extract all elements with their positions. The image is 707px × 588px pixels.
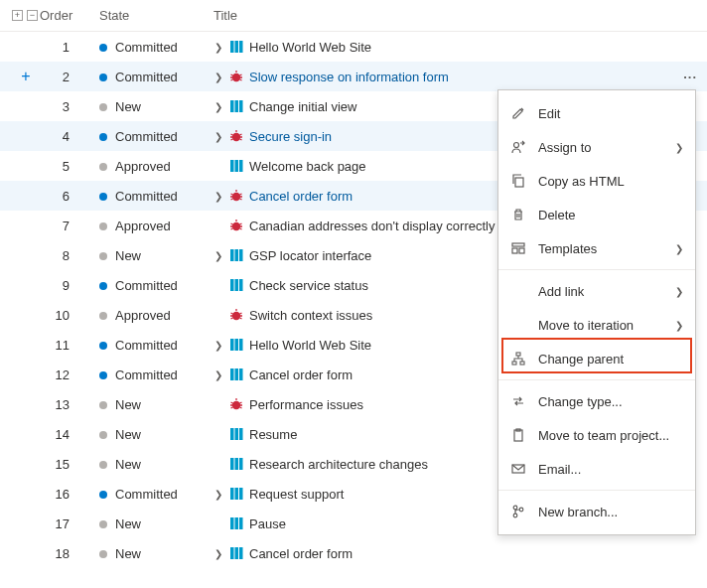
work-item-title[interactable]: Slow response on information form — [249, 70, 449, 84]
row-actions-icon[interactable]: ··· — [683, 70, 697, 84]
menu-label: Change parent — [538, 352, 624, 367]
menu-label: Edit — [538, 106, 560, 121]
state-label: Committed — [115, 278, 178, 293]
work-item-title[interactable]: Research architecture changes — [249, 457, 428, 472]
work-item-title[interactable]: Resume — [249, 427, 297, 442]
state-label: New — [115, 427, 141, 442]
menu-move-iteration[interactable]: Move to iteration ❯ — [498, 308, 695, 342]
chevron-right-icon: ❯ — [675, 142, 683, 153]
expand-all-icon[interactable]: + — [12, 10, 23, 21]
bug-icon — [229, 397, 243, 411]
menu-move-project[interactable]: Move to team project... — [498, 418, 695, 452]
pbi-icon — [229, 40, 243, 54]
header-order[interactable]: Order — [40, 8, 79, 23]
work-item-title[interactable]: Hello World Web Site — [249, 40, 371, 55]
work-item-title[interactable]: Cancel order form — [249, 546, 353, 561]
collapse-all-icon[interactable]: − — [27, 10, 38, 21]
bug-icon — [229, 129, 243, 143]
menu-change-type[interactable]: Change type... — [498, 384, 695, 418]
state-dot-icon — [99, 371, 107, 379]
grid-header: + − Order State Title — [0, 0, 707, 32]
state-dot-icon — [99, 252, 107, 260]
order-cell: 1 — [40, 40, 79, 55]
state-cell: Approved — [79, 308, 194, 323]
expand-row-icon[interactable]: ❯ — [213, 42, 223, 53]
delete-icon — [510, 208, 526, 221]
menu-change-parent[interactable]: Change parent — [498, 342, 695, 375]
state-label: Committed — [115, 338, 178, 353]
pbi-icon — [229, 516, 243, 530]
svg-rect-15 — [519, 248, 524, 253]
state-cell: Approved — [79, 159, 194, 174]
menu-assign-to[interactable]: Assign to ❯ — [498, 130, 695, 164]
bug-icon — [229, 189, 243, 203]
state-dot-icon — [99, 342, 107, 350]
work-item-title[interactable]: Check service status — [249, 278, 368, 293]
expand-row-icon[interactable]: ❯ — [213, 548, 223, 559]
state-cell: New — [79, 546, 194, 561]
state-label: Approved — [115, 219, 171, 233]
work-item-title[interactable]: Welcome back page — [249, 159, 366, 174]
expand-row-icon[interactable]: ❯ — [213, 489, 223, 500]
menu-delete[interactable]: Delete — [498, 198, 695, 231]
menu-copy-html[interactable]: Copy as HTML — [498, 164, 695, 198]
work-item-title[interactable]: GSP locator interface — [249, 248, 371, 263]
svg-rect-18 — [520, 362, 524, 365]
menu-separator — [498, 490, 695, 491]
title-cell: ❯Slow response on information form··· — [194, 70, 707, 84]
menu-email[interactable]: Email... — [498, 452, 695, 486]
pbi-icon — [229, 338, 243, 352]
pbi-icon — [229, 159, 243, 173]
bug-icon — [229, 308, 243, 322]
pbi-icon — [229, 457, 243, 471]
menu-templates[interactable]: Templates ❯ — [498, 231, 695, 265]
menu-label: Assign to — [538, 140, 591, 155]
expand-row-icon[interactable]: ❯ — [213, 250, 223, 261]
table-row[interactable]: 1Committed❯Hello World Web Site — [0, 32, 707, 62]
state-label: New — [115, 99, 141, 114]
work-item-title[interactable]: Performance issues — [249, 397, 363, 412]
work-item-title[interactable]: Cancel order form — [249, 368, 353, 382]
state-dot-icon — [99, 193, 107, 201]
chevron-right-icon: ❯ — [675, 243, 683, 254]
header-title[interactable]: Title — [194, 8, 707, 23]
menu-edit[interactable]: Edit — [498, 96, 695, 130]
expand-row-icon[interactable]: ❯ — [213, 131, 223, 142]
state-cell: New — [79, 248, 194, 263]
expand-row-icon[interactable]: ❯ — [213, 340, 223, 351]
state-label: Committed — [115, 189, 178, 204]
state-dot-icon — [99, 282, 107, 290]
expand-row-icon[interactable]: ❯ — [213, 369, 223, 380]
branch-icon — [510, 505, 526, 518]
work-item-title[interactable]: Secure sign-in — [249, 129, 332, 144]
work-item-title[interactable]: Canadian addresses don't display correct… — [249, 219, 495, 233]
pbi-icon — [229, 248, 243, 262]
pbi-icon — [229, 546, 243, 560]
table-row[interactable]: +2Committed❯Slow response on information… — [0, 62, 707, 91]
expand-row-icon[interactable]: ❯ — [213, 101, 223, 112]
state-label: New — [115, 248, 141, 263]
work-item-title[interactable]: Pause — [249, 516, 286, 531]
work-item-title[interactable]: Switch context issues — [249, 308, 372, 323]
state-dot-icon — [99, 520, 107, 528]
context-menu: Edit Assign to ❯ Copy as HTML Delete Tem… — [497, 89, 696, 535]
state-dot-icon — [99, 491, 107, 499]
expand-row-icon[interactable]: ❯ — [213, 191, 223, 202]
state-dot-icon — [99, 401, 107, 409]
table-row[interactable]: 18New❯Cancel order form — [0, 538, 707, 568]
header-state[interactable]: State — [79, 8, 194, 23]
state-cell: Committed — [79, 40, 194, 55]
expand-row-icon[interactable]: ❯ — [213, 72, 223, 82]
work-item-title[interactable]: Request support — [249, 487, 344, 502]
work-item-title[interactable]: Hello World Web Site — [249, 338, 371, 353]
order-cell: 13 — [40, 397, 79, 412]
menu-new-branch[interactable]: New branch... — [498, 495, 695, 528]
edit-icon — [510, 106, 526, 120]
work-item-title[interactable]: Cancel order form — [249, 189, 353, 204]
order-cell: 8 — [40, 248, 79, 263]
svg-rect-14 — [512, 248, 517, 253]
menu-add-link[interactable]: Add link ❯ — [498, 274, 695, 308]
assign-icon — [510, 140, 526, 154]
work-item-title[interactable]: Change initial view — [249, 99, 356, 114]
add-child-icon[interactable]: + — [21, 68, 30, 85]
